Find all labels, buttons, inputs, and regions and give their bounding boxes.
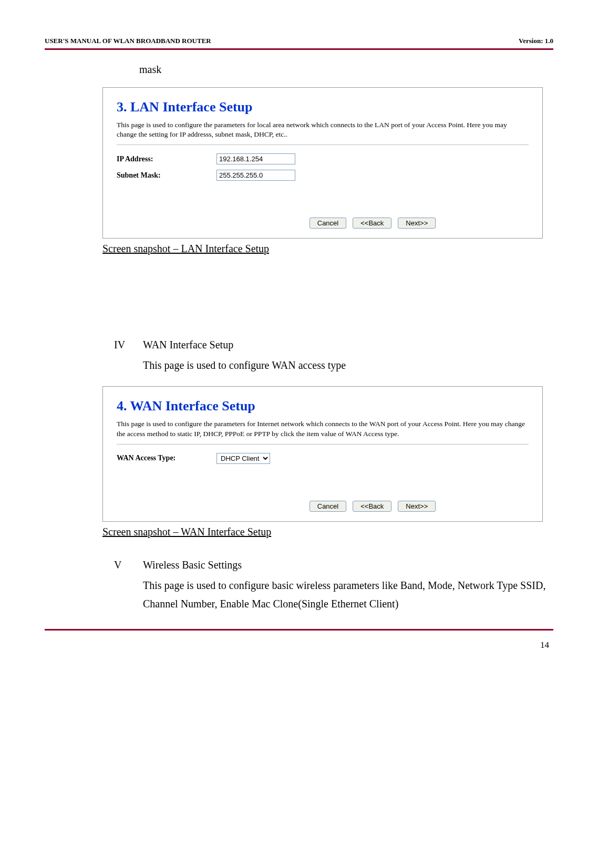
lan-setup-title: 3. LAN Interface Setup — [117, 99, 529, 115]
wan-button-row: Cancel <<Back Next>> — [117, 501, 529, 512]
page-number: 14 — [45, 640, 553, 650]
subnet-mask-label: Subnet Mask: — [117, 171, 216, 180]
section-iv-heading: IV WAN Interface Setup — [114, 339, 553, 351]
continued-text: mask — [139, 64, 553, 76]
ip-address-row: IP Address: — [117, 153, 529, 164]
ip-address-label: IP Address: — [117, 155, 216, 163]
back-button[interactable]: <<Back — [353, 218, 391, 229]
lan-interface-setup-box: 3. LAN Interface Setup This page is used… — [102, 87, 543, 239]
back-button[interactable]: <<Back — [353, 501, 391, 512]
header-rule — [45, 48, 553, 50]
wan-access-row: WAN Access Type: DHCP Client — [117, 453, 529, 464]
header-left: USER'S MANUAL OF WLAN BROADBAND ROUTER — [45, 37, 211, 45]
wan-interface-setup-box: 4. WAN Interface Setup This page is used… — [102, 386, 543, 521]
footer-rule — [45, 629, 553, 631]
divider — [117, 144, 529, 145]
wan-screenshot-caption: Screen snapshot – WAN Interface Setup — [102, 526, 553, 538]
wan-setup-title: 4. WAN Interface Setup — [117, 398, 529, 414]
section-v-body: This page is used to configure basic wir… — [143, 576, 553, 613]
section-iv-numeral: IV — [114, 339, 143, 351]
wan-access-select[interactable]: DHCP Client — [216, 453, 270, 464]
wan-access-label: WAN Access Type: — [117, 454, 216, 462]
spacer — [45, 276, 553, 339]
next-button[interactable]: Next>> — [398, 218, 436, 229]
lan-screenshot-caption: Screen snapshot – LAN Interface Setup — [102, 243, 553, 255]
cancel-button[interactable]: Cancel — [310, 218, 346, 229]
lan-setup-description: This page is used to configure the param… — [117, 120, 529, 139]
subnet-mask-row: Subnet Mask: — [117, 170, 529, 181]
subnet-mask-input[interactable] — [216, 170, 295, 181]
section-iv-body: This page is used to configure WAN acces… — [143, 356, 553, 375]
section-v-heading: V Wireless Basic Settings — [114, 559, 553, 571]
cancel-button[interactable]: Cancel — [310, 501, 346, 512]
header-right: Version: 1.0 — [519, 37, 553, 45]
wan-setup-description: This page is used to configure the param… — [117, 419, 529, 438]
section-v-title: Wireless Basic Settings — [143, 559, 242, 571]
next-button[interactable]: Next>> — [398, 501, 436, 512]
page-header: USER'S MANUAL OF WLAN BROADBAND ROUTER V… — [45, 37, 553, 45]
section-iv-title: WAN Interface Setup — [143, 339, 233, 351]
divider — [117, 444, 529, 445]
lan-button-row: Cancel <<Back Next>> — [117, 218, 529, 229]
ip-address-input[interactable] — [216, 153, 295, 164]
section-v-numeral: V — [114, 559, 143, 571]
